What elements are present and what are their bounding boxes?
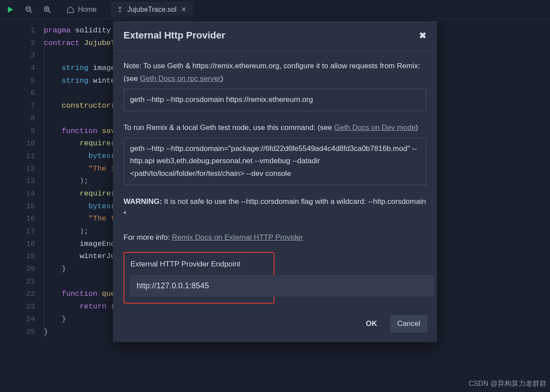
endpoint-label: External HTTP Provider Endpoint	[130, 258, 268, 271]
command-box-1: geth --http --http.corsdomain https://re…	[123, 89, 427, 111]
endpoint-highlight: External HTTP Provider Endpoint	[123, 252, 275, 304]
command-box-2: geth --http --http.corsdomain="package:/…	[123, 138, 427, 186]
external-provider-modal: External Http Provider ✖ Note: To use Ge…	[113, 21, 437, 342]
remix-docs-link[interactable]: Remix Docs on External HTTP Provider	[172, 233, 303, 242]
run-text: To run Remix & a local Geth test node, u…	[123, 122, 427, 134]
endpoint-input[interactable]	[130, 275, 434, 297]
modal-header: External Http Provider ✖	[113, 21, 437, 51]
geth-dev-link[interactable]: Geth Docs on Dev mode	[334, 123, 416, 132]
note-text: Note: To use Geth & https://remix.ethere…	[123, 60, 427, 85]
close-icon[interactable]: ✖	[419, 30, 427, 41]
ok-button[interactable]: OK	[359, 315, 384, 332]
warning-text: WARNING: It is not safe to use the --htt…	[123, 196, 427, 221]
modal-title: External Http Provider	[123, 30, 225, 41]
modal-footer: OK Cancel	[113, 308, 437, 342]
geth-rpc-link[interactable]: Geth Docs on rpc server	[140, 74, 221, 83]
modal-backdrop: External Http Provider ✖ Note: To use Ge…	[0, 0, 550, 392]
modal-body: Note: To use Geth & https://remix.ethere…	[113, 51, 437, 308]
cancel-button[interactable]: Cancel	[390, 315, 427, 332]
more-info-text: For more info: Remix Docs on External HT…	[123, 231, 427, 244]
watermark: CSDN @异构算力老群群	[469, 379, 546, 388]
